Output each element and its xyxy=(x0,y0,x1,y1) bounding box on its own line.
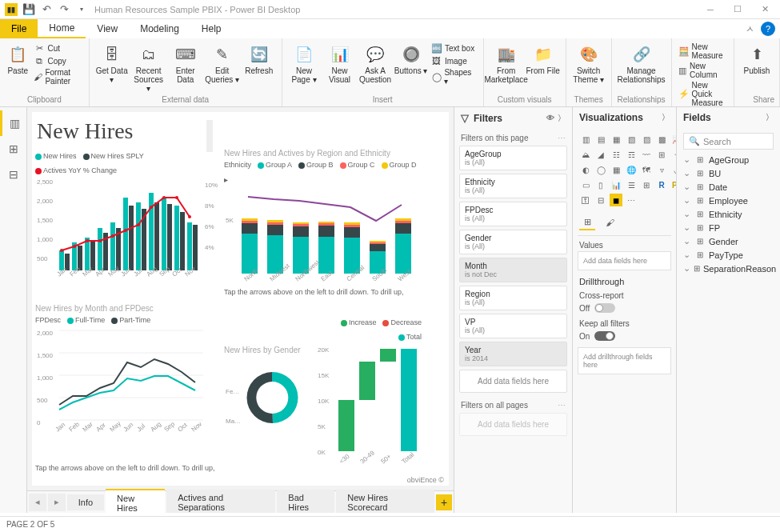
tab-new-hires[interactable]: New Hires xyxy=(106,489,165,514)
viz-more-icon[interactable]: ⋯ xyxy=(625,194,638,206)
viz-scatter-icon[interactable]: ⁘ xyxy=(670,148,676,161)
viz-stacked-area-icon[interactable]: ◢ xyxy=(594,148,607,161)
refresh-button[interactable]: 🔄Refresh xyxy=(242,42,277,75)
fields-search[interactable]: 🔍Search xyxy=(683,133,774,150)
cross-report-toggle[interactable] xyxy=(594,303,615,313)
viz-ribbon-icon[interactable]: 〰 xyxy=(640,148,653,161)
filter-card-ethnicity[interactable]: Ethnicityis (All) xyxy=(459,174,567,198)
image-button[interactable]: 🖼Image xyxy=(430,54,478,67)
new-visual-button[interactable]: 📊New Visual xyxy=(322,42,357,84)
viz-r-icon[interactable]: R xyxy=(655,178,668,191)
viz-map-icon[interactable]: 🌐 xyxy=(625,163,638,176)
viz-treemap-icon[interactable]: ▦ xyxy=(610,163,622,176)
viz-slicer-icon[interactable]: ☰ xyxy=(625,178,638,191)
shapes-button[interactable]: ◯Shapes ▾ xyxy=(430,67,478,86)
view-tab[interactable]: View xyxy=(86,19,129,38)
publish-button[interactable]: ⬆Publish xyxy=(739,42,774,75)
viz-100col-icon[interactable]: ▩ xyxy=(655,133,668,146)
add-allpages-filter[interactable]: Add data fields here xyxy=(459,413,567,436)
close-icon[interactable]: ✕ xyxy=(753,2,777,18)
text-box-button[interactable]: 🔤Text box xyxy=(430,42,478,54)
field-table-bu[interactable]: ⌄⊞BU xyxy=(682,166,775,180)
viz-custom-icon[interactable]: ◼ xyxy=(610,194,622,206)
preview-icon[interactable]: 👁 xyxy=(546,114,554,122)
viz-funnel-icon[interactable]: ▿ xyxy=(655,163,668,176)
ask-question-button[interactable]: 💬Ask A Question xyxy=(358,42,393,84)
collapse-fields-icon[interactable]: 〉 xyxy=(766,112,774,123)
tab-info[interactable]: Info xyxy=(67,494,104,510)
qat-dropdown-icon[interactable]: ▾ xyxy=(74,2,90,18)
from-file-button[interactable]: 📁From File xyxy=(526,42,561,75)
tab-prev-icon[interactable]: ◂ xyxy=(29,494,46,511)
viz-combo2-icon[interactable]: ☶ xyxy=(625,148,638,161)
manage-relationships-button[interactable]: 🔗Manage Relationships xyxy=(617,42,666,84)
filter-card-vp[interactable]: VPis (All) xyxy=(459,314,567,338)
collapse-ribbon-icon[interactable]: ㅅ xyxy=(739,21,761,38)
tab-scorecard[interactable]: New Hires Scorecard xyxy=(336,490,434,514)
tab-bad-hires[interactable]: Bad Hires xyxy=(277,490,334,514)
model-view-icon[interactable]: ⊟ xyxy=(0,162,26,187)
values-well[interactable]: Add data fields here xyxy=(578,251,671,270)
collapse-viz-icon[interactable]: 〉 xyxy=(662,112,670,123)
enter-data-button[interactable]: ⌨Enter Data xyxy=(168,42,203,84)
recent-sources-button[interactable]: 🗂Recent Sources ▾ xyxy=(131,42,166,93)
save-icon[interactable]: 💾 xyxy=(21,2,37,18)
field-table-agegroup[interactable]: ⌄⊞AgeGroup xyxy=(682,153,775,166)
add-page-button[interactable]: + xyxy=(436,494,452,510)
filter-card-month[interactable]: Monthis not Dec xyxy=(459,258,567,282)
drillthrough-well[interactable]: Add drillthrough fields here xyxy=(578,347,671,374)
format-well-icon[interactable]: 🖌 xyxy=(602,214,618,230)
viz-stacked-bar-icon[interactable]: ▥ xyxy=(579,133,592,146)
viz-kpi-icon[interactable]: 📊 xyxy=(610,178,622,191)
viz-multi-card-icon[interactable]: ▯ xyxy=(594,178,607,191)
redo-icon[interactable]: ↷ xyxy=(56,2,72,18)
filter-card-year[interactable]: Yearis 2014 xyxy=(459,342,567,366)
field-table-separationreason[interactable]: ⌄⊞SeparationReason xyxy=(682,262,775,275)
minimize-icon[interactable]: ─ xyxy=(698,2,722,18)
buttons-button[interactable]: 🔘Buttons ▾ xyxy=(394,42,428,75)
report-view-icon[interactable]: ▥ xyxy=(0,110,26,136)
filter-card-fpdesc[interactable]: FPDescis (All) xyxy=(459,202,567,226)
tab-next-icon[interactable]: ▸ xyxy=(48,494,66,511)
report-canvas[interactable]: New Hires New Hires New Hires SPLY Activ… xyxy=(27,107,454,513)
viz-combo1-icon[interactable]: ☷ xyxy=(610,148,622,161)
viz-decomp-icon[interactable]: ⊟ xyxy=(594,194,607,206)
undo-icon[interactable]: ↶ xyxy=(38,2,54,18)
field-table-paytype[interactable]: ⌄⊞PayType xyxy=(682,248,775,262)
viz-area-icon[interactable]: ⛰ xyxy=(579,148,592,161)
viz-card-icon[interactable]: ▭ xyxy=(579,178,592,191)
field-table-gender[interactable]: ⌄⊞Gender xyxy=(682,234,775,248)
data-view-icon[interactable]: ⊞ xyxy=(0,136,26,162)
paste-button[interactable]: 📋Paste xyxy=(5,42,30,75)
add-filter-field[interactable]: Add data fields here xyxy=(459,370,567,393)
maximize-icon[interactable]: ☐ xyxy=(726,2,750,18)
new-page-button[interactable]: 📄New Page ▾ xyxy=(287,42,322,84)
viz-100bar-icon[interactable]: ▨ xyxy=(640,133,653,146)
collapse-filters-icon[interactable]: 〉 xyxy=(558,113,566,124)
viz-stacked-col-icon[interactable]: ▦ xyxy=(610,133,622,146)
new-measure-button[interactable]: 🧮New Measure xyxy=(677,42,729,61)
filter-card-region[interactable]: Regionis (All) xyxy=(459,286,567,310)
switch-theme-button[interactable]: 🎨Switch Theme ▾ xyxy=(571,42,606,84)
viz-python-icon[interactable]: Py xyxy=(670,178,676,191)
field-table-date[interactable]: ⌄⊞Date xyxy=(682,180,775,194)
field-table-fp[interactable]: ⌄⊞FP xyxy=(682,221,775,234)
cut-button[interactable]: ✂Cut xyxy=(32,42,83,54)
field-table-employee[interactable]: ⌄⊞Employee xyxy=(682,194,775,207)
home-tab[interactable]: Home xyxy=(38,19,86,38)
chart-gender-pie[interactable]: New Hires by Gender Fe… Ma… xyxy=(224,346,312,458)
help-tab[interactable]: Help xyxy=(190,19,233,38)
viz-clustered-bar-icon[interactable]: ▤ xyxy=(594,133,607,146)
fields-well-icon[interactable]: ⊞ xyxy=(579,214,595,230)
from-marketplace-button[interactable]: 🏬From Marketplace xyxy=(489,42,524,84)
filters-allpages-menu-icon[interactable]: ⋯ xyxy=(558,401,566,410)
viz-waterfall-icon[interactable]: ⊞ xyxy=(655,148,668,161)
edit-queries-button[interactable]: ✎Edit Queries ▾ xyxy=(205,42,240,84)
get-data-button[interactable]: 🗄Get Data ▾ xyxy=(94,42,130,84)
new-column-button[interactable]: ▥New Column xyxy=(677,61,729,80)
viz-gauge-icon[interactable]: ◡ xyxy=(670,163,676,176)
copy-button[interactable]: ⧉Copy xyxy=(32,54,83,67)
chart-waterfall[interactable]: Increase Decrease Total 20K15K10K5K0K <3… xyxy=(316,318,422,470)
keep-filters-toggle[interactable] xyxy=(594,331,615,341)
chart-fpdesc[interactable]: New Hires by Month and FPDesc FPDesc Ful… xyxy=(35,304,219,456)
